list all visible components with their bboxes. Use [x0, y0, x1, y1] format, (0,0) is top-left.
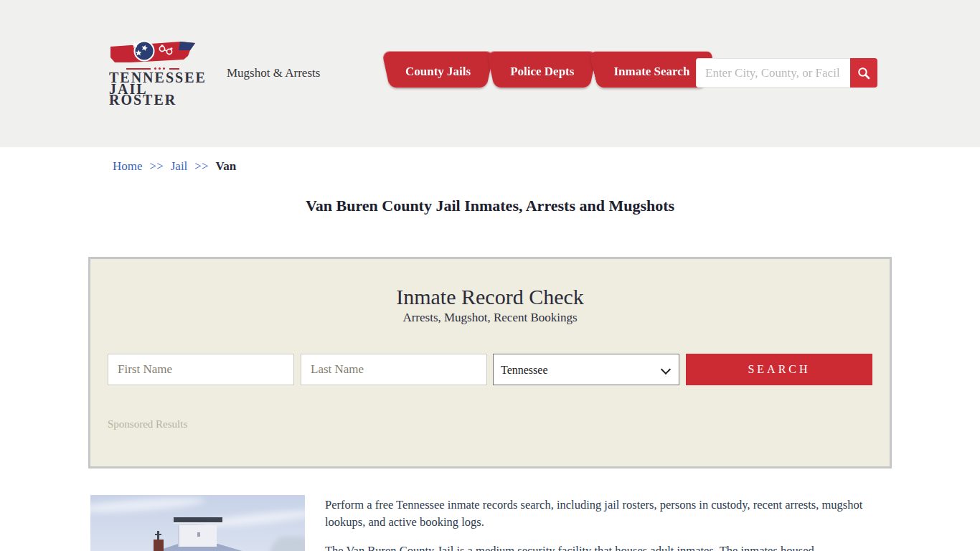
- breadcrumb-separator: >>: [194, 159, 208, 173]
- logo-title: TENNESSEE JAIL ROSTER: [109, 72, 202, 105]
- search-submit-button[interactable]: SEARCH: [686, 354, 872, 385]
- nav-police-depts-button[interactable]: Police Depts: [494, 56, 590, 88]
- header-search: [696, 58, 877, 88]
- header-search-button[interactable]: [850, 58, 877, 88]
- state-select-wrap: Tennessee: [493, 354, 679, 385]
- article-paragraph-1: Perform a free Tennessee inmate records …: [325, 496, 892, 531]
- article-paragraph-2: The Van Buren County Jail is a medium se…: [325, 542, 892, 551]
- page-root: TENNESSEE JAIL ROSTER Mugshot & Arrests …: [0, 0, 980, 551]
- article-text: Perform a free Tennessee inmate records …: [325, 496, 892, 551]
- cloud-decoration: [90, 495, 205, 515]
- page-title: Van Buren County Jail Inmates, Arrests a…: [0, 197, 980, 215]
- last-name-input[interactable]: [301, 354, 487, 385]
- header-search-input[interactable]: [696, 58, 850, 88]
- breadcrumb: Home>>Jail>>Van: [113, 159, 236, 174]
- first-name-field: [108, 354, 294, 385]
- photo-chimney: [154, 540, 164, 551]
- breadcrumb-separator: >>: [150, 159, 164, 173]
- breadcrumb-current: Van: [216, 159, 237, 173]
- first-name-input[interactable]: [108, 354, 294, 385]
- panel-title: Inmate Record Check: [90, 285, 890, 309]
- magnifier-icon: [857, 66, 871, 80]
- nav-county-jails-button[interactable]: County Jails: [390, 56, 486, 88]
- nav-inmate-search-button[interactable]: Inmate Search: [598, 56, 705, 88]
- breadcrumb-home-link[interactable]: Home: [113, 159, 143, 173]
- jail-building-photo: [90, 495, 305, 551]
- photo-cupola-cap: [174, 517, 222, 524]
- panel-subtitle: Arrests, Mugshot, Recent Bookings: [90, 311, 890, 325]
- last-name-field: [301, 354, 487, 385]
- inmate-record-check-panel: Inmate Record Check Arrests, Mugshot, Re…: [88, 257, 892, 468]
- state-select[interactable]: Tennessee: [493, 354, 679, 385]
- photo-cupola: [178, 525, 217, 547]
- site-logo[interactable]: TENNESSEE JAIL ROSTER: [109, 40, 202, 105]
- breadcrumb-jail-link[interactable]: Jail: [171, 159, 188, 173]
- main-nav: County Jails Police Depts Inmate Search: [390, 56, 705, 88]
- tennessee-state-icon: [109, 40, 197, 65]
- site-tagline: Mugshot & Arrests: [227, 66, 320, 80]
- site-header: TENNESSEE JAIL ROSTER Mugshot & Arrests …: [0, 0, 980, 147]
- logo-title-line2: JAIL ROSTER: [109, 83, 202, 105]
- photo-trees: [268, 537, 305, 551]
- sponsored-results-label: Sponsored Results: [108, 418, 187, 430]
